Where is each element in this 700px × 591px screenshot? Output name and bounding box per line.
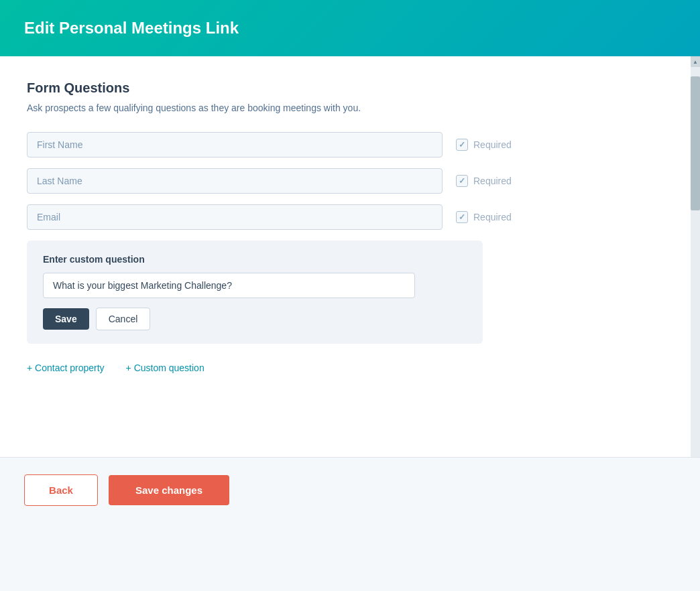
first-name-input[interactable] [27,132,443,157]
last-name-required-label: Required [473,176,512,186]
section-title: Form Questions [27,80,673,96]
custom-question-label: Enter custom question [43,254,467,265]
back-button[interactable]: Back [24,474,98,506]
first-name-row: Required [27,132,673,157]
custom-question-actions: Save Cancel [43,308,467,330]
add-contact-property-link[interactable]: + Contact property [27,363,105,373]
scrollbar-thumb[interactable] [691,76,700,210]
email-row: Required [27,204,673,230]
scrollbar-track: ▲ ▼ [691,56,700,512]
main-content: ▲ ▼ Form Questions Ask prospects a few q… [0,56,700,512]
scrollbar-up-button[interactable]: ▲ [691,56,700,67]
custom-question-box: Enter custom question Save Cancel [27,241,483,344]
footer-bar: Back Save changes [0,457,700,523]
last-name-required-group: Required [456,175,512,187]
email-required-label: Required [473,212,512,222]
last-name-required-checkbox[interactable] [456,175,468,187]
email-input[interactable] [27,204,443,230]
add-links: + Contact property + Custom question [27,363,673,373]
page-header: Edit Personal Meetings Link [0,0,700,56]
last-name-input[interactable] [27,168,443,194]
custom-question-input[interactable] [43,273,415,298]
first-name-required-label: Required [473,139,512,150]
page-title: Edit Personal Meetings Link [24,19,676,38]
custom-question-cancel-button[interactable]: Cancel [96,308,151,330]
last-name-row: Required [27,168,673,194]
add-custom-question-link[interactable]: + Custom question [126,363,205,373]
save-changes-button[interactable]: Save changes [109,475,229,505]
email-required-group: Required [456,211,512,223]
custom-question-save-button[interactable]: Save [43,308,89,330]
section-description: Ask prospects a few qualifying questions… [27,103,673,113]
first-name-required-checkbox[interactable] [456,139,468,151]
email-required-checkbox[interactable] [456,211,468,223]
first-name-required-group: Required [456,139,512,151]
